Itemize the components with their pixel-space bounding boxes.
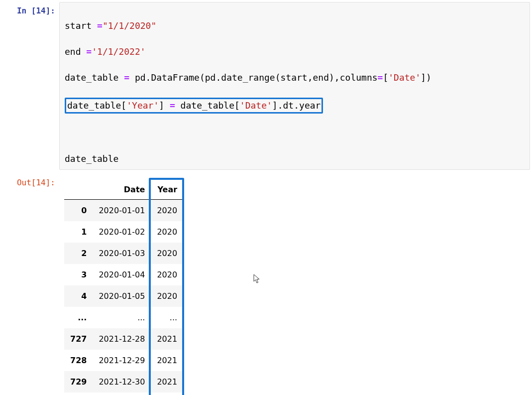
row-index: 729 [64,371,93,393]
table-row: 02020-01-012020 [64,200,183,222]
row-index: 727 [64,328,93,350]
cell-year: 2021 [151,393,183,395]
cell-date: 2020-01-05 [93,285,151,307]
col-header-year: Year [151,180,183,200]
code-line-4: date_table['Year'] = date_table['Date'].… [65,98,525,114]
row-index: 2 [64,243,93,264]
cell-date: 2020-01-02 [93,221,151,243]
table-header-row: Date Year [64,180,183,200]
cell-date: 2020-01-04 [93,264,151,285]
dataframe-table: Date Year 02020-01-01202012020-01-022020… [64,180,183,395]
cell-year: 2020 [151,285,183,307]
output-prompt: Out[14]: [2,174,59,191]
row-index: 1 [64,221,93,243]
cell-year: 2020 [151,243,183,264]
cell-date: 2021-12-31 [93,393,151,395]
row-index: 4 [64,285,93,307]
row-index: 730 [64,393,93,395]
cell-year: 2020 [151,200,183,222]
highlight-year-assignment: date_table['Year'] = date_table['Date'].… [65,98,323,114]
row-index: ... [64,307,93,328]
table-row: 22020-01-032020 [64,243,183,264]
row-index: 3 [64,264,93,285]
cell-date: 2020-01-03 [93,243,151,264]
code-line-blank [65,127,525,139]
col-header-date: Date [93,180,151,200]
table-row: 7282021-12-292021 [64,350,183,371]
table-corner [64,180,93,200]
input-prompt: In [14]: [2,2,59,19]
row-index: 728 [64,350,93,371]
code-input[interactable]: start ="1/1/2020" end ='1/1/2022' date_t… [59,2,530,170]
table-row: 42020-01-052020 [64,285,183,307]
table-row: 7302021-12-312021 [64,393,183,395]
output-cell: Out[14]: Date Year 02020-01-01202012020-… [0,172,532,395]
input-cell: In [14]: start ="1/1/2020" end ='1/1/202… [0,0,532,172]
code-line-6: date_table [65,152,525,165]
cell-date: 2021-12-29 [93,350,151,371]
cell-year: 2020 [151,221,183,243]
row-index: 0 [64,200,93,222]
dataframe-output: Date Year 02020-01-01202012020-01-022020… [59,174,530,395]
cell-year: 2021 [151,350,183,371]
code-line-1: start ="1/1/2020" [65,19,525,32]
cell-year: ... [151,307,183,328]
table-row: 12020-01-022020 [64,221,183,243]
table-row: ......... [64,307,183,328]
table-row: 32020-01-042020 [64,264,183,285]
cell-year: 2021 [151,371,183,393]
cell-date: ... [93,307,151,328]
cursor-icon [253,274,260,284]
cell-date: 2020-01-01 [93,200,151,222]
cell-year: 2020 [151,264,183,285]
code-line-3: date_table = pd.DataFrame(pd.date_range(… [65,71,525,84]
table-row: 7272021-12-282021 [64,328,183,350]
code-line-2: end ='1/1/2022' [65,45,525,58]
table-row: 7292021-12-302021 [64,371,183,393]
cell-year: 2021 [151,328,183,350]
cell-date: 2021-12-28 [93,328,151,350]
cell-date: 2021-12-30 [93,371,151,393]
